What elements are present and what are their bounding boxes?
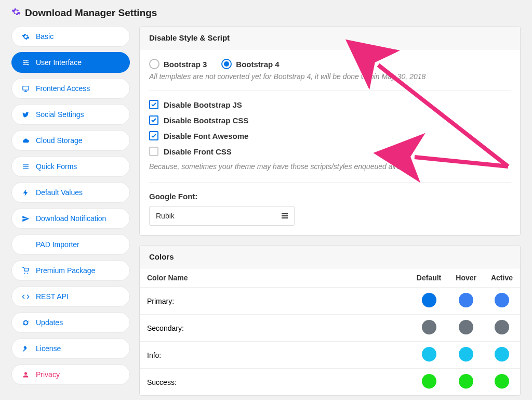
color-swatch-hover[interactable]	[459, 293, 473, 307]
key-icon	[21, 345, 30, 353]
svg-point-5	[27, 273, 28, 274]
disable-checks: Disable Bootstrap JSDisable Bootstrap CS…	[149, 100, 511, 156]
radio-note: All templates are not converted yet for …	[149, 72, 511, 81]
page-header: Download Manager Settings	[0, 0, 532, 26]
user-icon	[21, 371, 30, 379]
radio-bootstrap-4[interactable]: Bootstrap 4	[221, 59, 279, 69]
sidebar-item-basic[interactable]: Basic	[11, 26, 130, 47]
table-header: Default	[409, 268, 448, 288]
sidebar-item-default-values[interactable]: Default Values	[11, 182, 130, 203]
sidebar-item-label: License	[36, 344, 61, 353]
sidebar-item-download-notification[interactable]: Download Notification	[11, 208, 130, 229]
bootstrap-version-radios: Bootstrap 3Bootstrap 4	[149, 59, 511, 69]
color-swatch-active[interactable]	[495, 374, 509, 389]
sidebar-item-updates[interactable]: Updates	[11, 312, 130, 333]
radio-label: Bootstrap 4	[236, 60, 279, 69]
checkbox-label: Disable Bootstrap JS	[164, 100, 242, 109]
sidebar-item-cloud-storage[interactable]: Cloud Storage	[11, 130, 130, 151]
color-name: Success:	[140, 369, 409, 396]
code-icon	[21, 293, 30, 301]
svg-point-1	[24, 62, 25, 63]
sidebar-item-label: Basic	[36, 32, 54, 41]
radio-icon	[221, 59, 232, 69]
color-swatch-default[interactable]	[422, 320, 436, 334]
sidebar-item-premium-package[interactable]: Premium Package	[11, 260, 130, 281]
radio-bootstrap-3[interactable]: Bootstrap 3	[149, 59, 207, 69]
checkbox-disable-bootstrap-js[interactable]: Disable Bootstrap JS	[149, 100, 511, 109]
table-row: Success:	[140, 369, 520, 396]
sidebar-item-label: Frontend Access	[36, 84, 90, 93]
cart-icon	[21, 267, 30, 275]
font-label: Google Font:	[149, 192, 511, 201]
panel-heading: Colors	[140, 246, 520, 268]
sidebar-item-frontend-access[interactable]: Frontend Access	[11, 78, 130, 99]
color-swatch-default[interactable]	[422, 374, 436, 389]
sidebar-item-label: User Interface	[36, 58, 82, 67]
color-name: Info:	[140, 342, 409, 369]
color-swatch-hover[interactable]	[459, 320, 473, 334]
monitor-icon	[21, 85, 30, 93]
gear-icon	[21, 33, 30, 41]
color-swatch-default[interactable]	[422, 293, 436, 307]
checkbox-label: Disable Front CSS	[164, 147, 232, 156]
color-swatch-active[interactable]	[495, 347, 509, 362]
check-note: Because, sometimes your theme may have t…	[149, 162, 511, 171]
sidebar-item-label: Social Settings	[36, 110, 84, 119]
divider	[149, 182, 511, 183]
sidebar-item-social-settings[interactable]: Social Settings	[11, 104, 130, 125]
table-header: Hover	[448, 268, 484, 288]
gear-icon	[11, 7, 21, 19]
main-content: Disable Style & Script Bootstrap 3Bootst…	[139, 26, 521, 396]
table-header: Color Name	[140, 268, 409, 288]
cloud-icon	[21, 137, 30, 145]
refresh-icon	[21, 319, 30, 327]
menu-icon	[282, 213, 288, 218]
sidebar-item-label: PAD Importer	[36, 240, 79, 249]
checkbox-icon	[149, 100, 158, 109]
color-name: Secondary:	[140, 315, 409, 342]
svg-point-2	[27, 64, 29, 66]
sidebar-item-label: Download Notification	[36, 214, 106, 223]
sidebar-item-pad-importer[interactable]: PAD Importer	[11, 234, 130, 255]
checkbox-icon	[149, 115, 158, 125]
sidebar-item-label: Default Values	[36, 188, 83, 197]
checkbox-icon	[149, 147, 158, 156]
table-row: Primary:	[140, 288, 520, 315]
colors-panel: Colors Color NameDefaultHoverActive Prim…	[139, 245, 521, 396]
color-swatch-hover[interactable]	[459, 374, 473, 389]
sidebar-item-privacy[interactable]: Privacy	[11, 364, 130, 385]
table-row: Info:	[140, 342, 520, 369]
checkbox-disable-font-awesome[interactable]: Disable Font Awesome	[149, 131, 511, 140]
table-row: Secondary:	[140, 315, 520, 342]
google-font-select[interactable]: Rubik	[149, 206, 295, 226]
sidebar-item-quick-forms[interactable]: Quick Forms	[11, 156, 130, 177]
page-title: Download Manager Settings	[25, 7, 157, 19]
color-swatch-hover[interactable]	[459, 347, 473, 362]
font-value: Rubik	[156, 212, 175, 220]
radio-label: Bootstrap 3	[164, 60, 207, 69]
sidebar-item-user-interface[interactable]: User Interface	[11, 52, 130, 73]
color-swatch-active[interactable]	[495, 320, 509, 334]
checkbox-disable-front-css[interactable]: Disable Front CSS	[149, 147, 511, 156]
colors-table: Color NameDefaultHoverActive Primary:Sec…	[140, 268, 520, 395]
sidebar-item-label: Updates	[36, 318, 63, 327]
send-icon	[21, 215, 30, 223]
panel-heading: Disable Style & Script	[140, 27, 520, 49]
bird-icon	[21, 111, 30, 119]
bolt-icon	[21, 189, 30, 197]
svg-rect-3	[22, 86, 28, 90]
sidebar-item-label: Cloud Storage	[36, 136, 83, 145]
sidebar-item-rest-api[interactable]: REST API	[11, 286, 130, 307]
menu-icon	[21, 163, 30, 171]
color-swatch-active[interactable]	[495, 293, 509, 307]
radio-icon	[149, 59, 159, 69]
checkbox-disable-bootstrap-css[interactable]: Disable Bootstrap CSS	[149, 115, 511, 125]
checkbox-icon	[149, 131, 158, 140]
sidebar-item-label: Quick Forms	[36, 162, 77, 171]
none-icon	[21, 241, 30, 249]
checkbox-label: Disable Font Awesome	[164, 132, 248, 140]
svg-point-4	[24, 273, 25, 274]
sidebar-item-license[interactable]: License	[11, 338, 130, 359]
color-swatch-default[interactable]	[422, 347, 436, 362]
sliders-icon	[21, 59, 30, 67]
